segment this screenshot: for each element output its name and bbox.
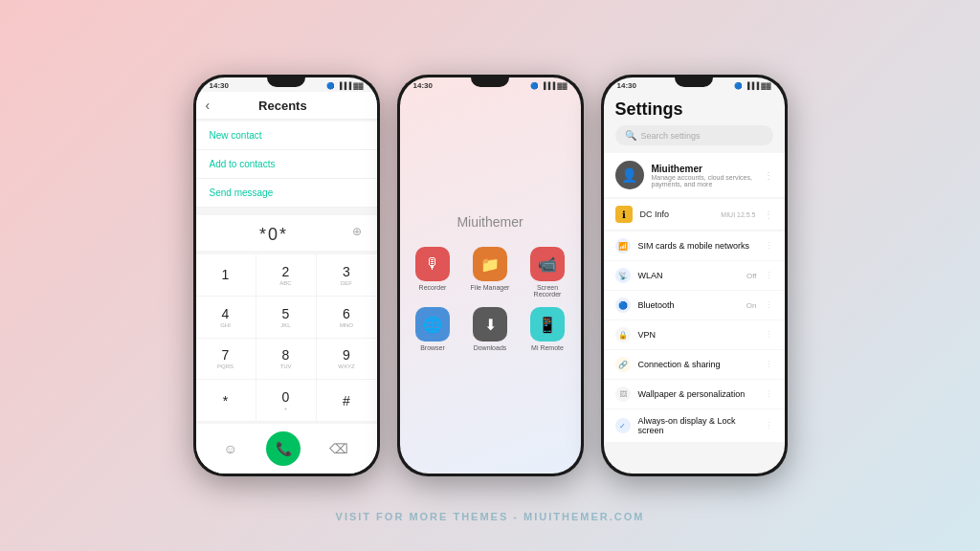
- key-8[interactable]: 8TUV: [256, 339, 317, 381]
- row-vpn[interactable]: 🔒 VPN ⋮: [604, 320, 785, 350]
- app-file-manager[interactable]: 📁 File Manager: [471, 247, 510, 298]
- key-5-num: 5: [282, 306, 290, 321]
- key-5[interactable]: 5JKL: [256, 297, 317, 339]
- battery-icon: ▓▓: [353, 82, 363, 89]
- settings-title: Settings: [604, 92, 785, 125]
- recents-title: Recents: [217, 99, 347, 113]
- vpn-label: VPN: [638, 330, 757, 340]
- profile-info: Miuithemer Manage accounts, cloud servic…: [652, 164, 756, 187]
- bluetooth-chevron: ⋮: [765, 300, 773, 310]
- home-greeting: Miuithemer: [457, 214, 523, 230]
- add-to-contacts-item[interactable]: Add to contacts: [196, 150, 377, 179]
- phone-1: 14:30 🔵 ▐▐▐ ▓▓ ‹ Recents New contact Add…: [193, 75, 380, 476]
- back-button[interactable]: ‹: [206, 98, 211, 113]
- bt-icon-3: 🔵: [734, 82, 743, 90]
- profile-name: Miuithemer: [652, 164, 756, 174]
- key-0-num: 0: [282, 389, 290, 405]
- keypad: 1 2ABC 3DEF 4GHI 5JKL 6MNO 7PQRS 8TUV 9W…: [196, 254, 377, 422]
- notch-1: [267, 77, 305, 87]
- send-message-item[interactable]: Send message: [196, 179, 377, 208]
- browser-icon: 🌐: [415, 307, 450, 342]
- row-bluetooth[interactable]: 🔵 Bluetooth On ⋮: [604, 291, 785, 320]
- new-contact-item[interactable]: New contact: [196, 121, 377, 150]
- bluetooth-row-icon: 🔵: [615, 298, 631, 313]
- key-3-num: 3: [343, 264, 350, 279]
- dc-info-row[interactable]: ℹ DC Info MIUI 12.5.5 ⋮: [604, 199, 785, 230]
- settings-content: Settings 🔍 Search settings 👤 Miuithemer …: [604, 92, 785, 474]
- status-icons-2: 🔵 ▐▐▐ ▓▓: [530, 82, 567, 90]
- phone1-content: ‹ Recents New contact Add to contacts Se…: [196, 92, 377, 474]
- time-2: 14:30: [413, 81, 433, 90]
- bluetooth-icon: 🔵: [326, 82, 335, 90]
- key-2[interactable]: 2ABC: [256, 254, 317, 297]
- app-mi-remote[interactable]: 📱 Mi Remote: [530, 307, 565, 351]
- bluetooth-value: On: [746, 301, 757, 310]
- aod-icon: ✓: [615, 418, 631, 433]
- wlan-label: WLAN: [638, 271, 739, 280]
- dial-display: ⊕ *0*: [196, 215, 377, 251]
- connection-chevron: ⋮: [765, 360, 773, 369]
- aod-label: Always-on display & Lock screen: [638, 416, 757, 435]
- wallpaper-icon: 🖼: [615, 386, 631, 402]
- file-manager-label: File Manager: [471, 284, 510, 291]
- key-hash[interactable]: #: [317, 380, 377, 422]
- dc-version: MIUI 12.5.5: [721, 211, 755, 218]
- mi-remote-icon: 📱: [530, 307, 565, 342]
- dc-icon: ℹ: [615, 206, 633, 223]
- key-9-num: 9: [343, 347, 350, 363]
- row-sim[interactable]: 📶 SIM cards & mobile networks ⋮: [604, 231, 785, 261]
- app-screen-recorder[interactable]: 📹 Screen Recorder: [523, 247, 571, 298]
- phone-2: 14:30 🔵 ▐▐▐ ▓▓ Miuithemer 🎙 Recorder 📁 F…: [397, 75, 584, 476]
- connection-icon: 🔗: [615, 357, 631, 372]
- downloads-label: Downloads: [474, 344, 507, 351]
- key-3[interactable]: 3DEF: [317, 254, 377, 297]
- backspace-icon[interactable]: ⌫: [329, 441, 348, 456]
- profile-row[interactable]: 👤 Miuithemer Manage accounts, cloud serv…: [604, 153, 785, 197]
- vpn-chevron: ⋮: [765, 330, 773, 340]
- key-star-num: *: [223, 393, 228, 408]
- time-1: 14:30: [210, 81, 229, 90]
- search-bar[interactable]: 🔍 Search settings: [615, 125, 773, 145]
- dial-number: *0*: [259, 225, 288, 244]
- signal-icon: ▐▐▐: [337, 82, 351, 89]
- dc-chevron: ⋮: [764, 209, 773, 220]
- row-aod[interactable]: ✓ Always-on display & Lock screen ⋮: [604, 409, 785, 442]
- key-6-num: 6: [343, 306, 350, 321]
- app-recorder[interactable]: 🎙 Recorder: [415, 247, 450, 298]
- contacts-icon[interactable]: ☺: [224, 441, 237, 456]
- app-browser[interactable]: 🌐 Browser: [415, 307, 450, 351]
- recents-header: ‹ Recents: [196, 92, 377, 120]
- sim-chevron: ⋮: [765, 241, 773, 251]
- key-2-num: 2: [282, 264, 290, 279]
- downloads-icon: ⬇: [473, 307, 507, 342]
- key-1-num: 1: [222, 267, 230, 282]
- key-star[interactable]: *: [196, 380, 256, 422]
- sim-icon: 📶: [615, 238, 631, 253]
- key-6[interactable]: 6MNO: [317, 297, 377, 339]
- key-4[interactable]: 4GHI: [196, 297, 256, 339]
- signal-icon-3: ▐▐▐: [745, 82, 759, 89]
- row-wallpaper[interactable]: 🖼 Wallpaper & personalization ⋮: [604, 380, 785, 409]
- recents-menu: New contact Add to contacts Send message: [196, 121, 377, 208]
- key-0[interactable]: 0+: [256, 380, 317, 422]
- connection-label: Connection & sharing: [638, 360, 757, 369]
- call-button[interactable]: 📞: [266, 431, 301, 466]
- time-3: 14:30: [617, 81, 636, 90]
- dial-options-icon[interactable]: ⊕: [352, 225, 362, 238]
- wallpaper-chevron: ⋮: [765, 389, 773, 399]
- battery-icon-2: ▓▓: [557, 82, 567, 89]
- phone-3: 14:30 🔵 ▐▐▐ ▓▓ Settings 🔍 Search setting…: [601, 75, 788, 476]
- app-downloads[interactable]: ⬇ Downloads: [473, 307, 507, 351]
- battery-icon-3: ▓▓: [761, 82, 770, 89]
- dial-bottom: ☺ 📞 ⌫: [196, 424, 377, 474]
- row-connection-sharing[interactable]: 🔗 Connection & sharing ⋮: [604, 350, 785, 380]
- key-1[interactable]: 1: [196, 254, 256, 297]
- signal-icon-2: ▐▐▐: [541, 82, 555, 89]
- key-9[interactable]: 9WXYZ: [317, 339, 377, 381]
- row-wlan[interactable]: 📡 WLAN Off ⋮: [604, 261, 785, 291]
- vpn-icon: 🔒: [615, 327, 631, 342]
- wlan-value: Off: [746, 272, 757, 280]
- file-manager-icon: 📁: [473, 247, 507, 281]
- profile-chevron: ⋮: [764, 170, 773, 181]
- key-7[interactable]: 7PQRS: [196, 339, 256, 381]
